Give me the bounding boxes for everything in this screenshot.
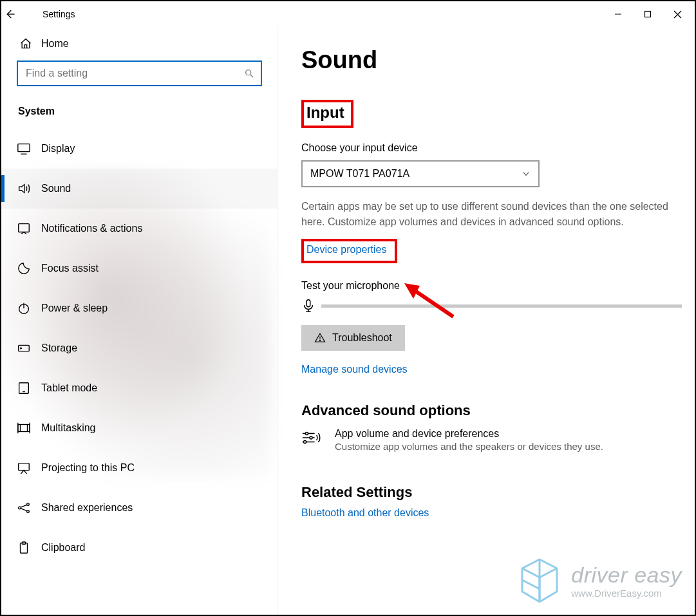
watermark-logo-icon bbox=[517, 555, 562, 606]
sidebar-item-notifications[interactable]: Notifications & actions bbox=[1, 209, 277, 248]
sound-icon bbox=[17, 182, 41, 196]
input-device-selected: MPOW T071 PA071A bbox=[310, 168, 409, 180]
app-volume-preferences[interactable]: App volume and device preferences Custom… bbox=[301, 428, 682, 452]
annotation-box-device-properties: Device properties bbox=[301, 239, 397, 263]
bluetooth-devices-link[interactable]: Bluetooth and other devices bbox=[301, 507, 429, 519]
titlebar: Settings bbox=[1, 1, 695, 27]
microphone-icon bbox=[301, 298, 317, 313]
svg-rect-6 bbox=[18, 144, 30, 152]
test-mic-label: Test your microphone bbox=[301, 280, 682, 292]
sidebar-item-display[interactable]: Display bbox=[1, 129, 277, 169]
troubleshoot-button[interactable]: Troubleshoot bbox=[301, 325, 405, 351]
svg-line-25 bbox=[21, 509, 26, 511]
advanced-heading: Advanced sound options bbox=[301, 402, 682, 419]
clipboard-icon bbox=[17, 541, 41, 555]
svg-rect-20 bbox=[19, 463, 30, 471]
power-icon bbox=[17, 301, 41, 315]
svg-point-34 bbox=[319, 340, 320, 341]
settings-window: Settings Home bbox=[0, 0, 696, 616]
chevron-down-icon bbox=[522, 169, 531, 178]
troubleshoot-label: Troubleshoot bbox=[332, 332, 392, 344]
main-panel: Sound Input Choose your input device MPO… bbox=[278, 27, 695, 615]
watermark: driver easy www.DriverEasy.com bbox=[517, 555, 682, 606]
sidebar-item-label: Clipboard bbox=[41, 542, 85, 554]
sidebar-item-tablet-mode[interactable]: Tablet mode bbox=[1, 368, 277, 408]
input-heading: Input bbox=[306, 104, 344, 122]
input-hint-text: Certain apps may be set up to use differ… bbox=[301, 199, 682, 230]
svg-rect-30 bbox=[306, 300, 310, 307]
mic-level-row bbox=[301, 298, 682, 313]
sidebar-item-label: Focus assist bbox=[41, 263, 99, 274]
svg-line-28 bbox=[413, 290, 453, 317]
sidebar-category: System bbox=[1, 98, 277, 129]
annotation-box-input: Input bbox=[301, 100, 353, 128]
sidebar-item-label: Projecting to this PC bbox=[41, 462, 135, 474]
svg-point-40 bbox=[304, 441, 306, 443]
sidebar-item-label: Storage bbox=[41, 342, 77, 354]
shared-icon bbox=[17, 501, 41, 515]
display-icon bbox=[17, 142, 41, 156]
notifications-icon bbox=[17, 221, 41, 236]
storage-icon bbox=[17, 341, 41, 355]
svg-point-22 bbox=[27, 503, 30, 506]
close-button[interactable] bbox=[663, 4, 692, 24]
minimize-button[interactable] bbox=[603, 4, 633, 24]
sliders-icon bbox=[301, 428, 323, 452]
sidebar-home-label: Home bbox=[41, 38, 69, 50]
svg-line-24 bbox=[21, 505, 26, 507]
svg-line-5 bbox=[250, 75, 253, 77]
svg-rect-8 bbox=[19, 224, 30, 232]
warning-icon bbox=[314, 332, 326, 344]
projecting-icon bbox=[17, 461, 41, 475]
sidebar-home[interactable]: Home bbox=[1, 27, 277, 61]
watermark-url: www.DriverEasy.com bbox=[571, 588, 682, 599]
sidebar-item-label: Notifications & actions bbox=[41, 223, 142, 234]
search-box[interactable] bbox=[17, 61, 262, 86]
sidebar-item-label: Sound bbox=[41, 183, 71, 194]
svg-point-4 bbox=[246, 70, 251, 75]
maximize-button[interactable] bbox=[633, 4, 663, 24]
svg-rect-1 bbox=[645, 12, 651, 17]
sidebar-item-label: Display bbox=[41, 143, 75, 154]
app-volume-subtitle: Customize app volumes and the speakers o… bbox=[335, 441, 603, 452]
manage-sound-devices-link[interactable]: Manage sound devices bbox=[301, 364, 408, 375]
svg-point-36 bbox=[305, 432, 308, 434]
watermark-brand: driver easy bbox=[571, 563, 682, 588]
back-button[interactable] bbox=[4, 8, 30, 20]
sidebar-item-power-sleep[interactable]: Power & sleep bbox=[1, 288, 277, 328]
search-input[interactable] bbox=[24, 67, 244, 80]
multitasking-icon bbox=[17, 421, 41, 435]
focus-assist-icon bbox=[17, 261, 41, 275]
app-volume-title: App volume and device preferences bbox=[335, 428, 603, 440]
svg-point-21 bbox=[19, 507, 21, 509]
tablet-icon bbox=[17, 381, 41, 395]
window-title: Settings bbox=[30, 9, 75, 19]
svg-point-23 bbox=[27, 510, 30, 513]
sidebar-item-label: Power & sleep bbox=[41, 303, 108, 314]
sidebar-item-label: Multitasking bbox=[41, 422, 95, 434]
sidebar-item-clipboard[interactable]: Clipboard bbox=[1, 528, 277, 568]
sidebar-item-label: Tablet mode bbox=[41, 382, 97, 394]
sidebar-item-projecting[interactable]: Projecting to this PC bbox=[1, 448, 277, 488]
page-title: Sound bbox=[301, 46, 682, 74]
device-properties-link[interactable]: Device properties bbox=[306, 244, 387, 256]
input-device-dropdown[interactable]: MPOW T071 PA071A bbox=[301, 160, 540, 187]
home-icon bbox=[19, 37, 41, 50]
annotation-arrow bbox=[402, 278, 460, 323]
sidebar: Home System Display bbox=[1, 27, 278, 615]
related-settings-heading: Related Settings bbox=[301, 484, 682, 501]
sidebar-item-sound[interactable]: Sound bbox=[1, 169, 277, 209]
sidebar-item-multitasking[interactable]: Multitasking bbox=[1, 408, 277, 448]
svg-point-38 bbox=[310, 436, 312, 439]
sidebar-item-focus-assist[interactable]: Focus assist bbox=[1, 248, 277, 288]
choose-input-label: Choose your input device bbox=[301, 142, 682, 154]
mic-level-bar bbox=[321, 304, 682, 308]
sidebar-item-label: Shared experiences bbox=[41, 502, 133, 514]
sidebar-item-storage[interactable]: Storage bbox=[1, 328, 277, 368]
sidebar-item-shared-experiences[interactable]: Shared experiences bbox=[1, 488, 277, 528]
search-icon bbox=[244, 68, 254, 79]
svg-rect-15 bbox=[18, 425, 30, 432]
svg-point-12 bbox=[21, 348, 22, 349]
